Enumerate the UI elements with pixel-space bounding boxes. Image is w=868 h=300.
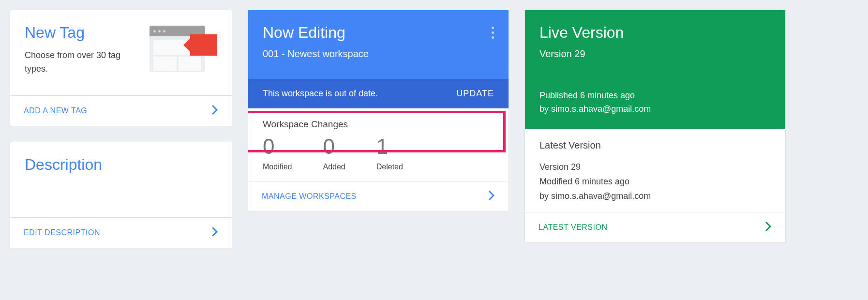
banner-message: This workspace is out of date. bbox=[263, 89, 378, 99]
chevron-right-icon bbox=[488, 190, 495, 203]
published-by: by simo.s.ahava@gmail.com bbox=[539, 102, 771, 116]
now-editing-workspace-name: 001 - Newest workspace bbox=[263, 48, 494, 60]
live-version-number: Version 29 bbox=[539, 48, 771, 60]
edit-description-label: EDIT DESCRIPTION bbox=[24, 228, 100, 237]
stat-deleted: 1 Deleted bbox=[376, 135, 403, 179]
stat-deleted-label: Deleted bbox=[376, 163, 403, 171]
latest-version-label: LATEST VERSION bbox=[539, 223, 607, 232]
new-tag-card: New Tag Choose from over 30 tag types. A… bbox=[10, 10, 232, 126]
workspace-menu-button[interactable] bbox=[489, 24, 497, 42]
new-tag-title: New Tag bbox=[25, 24, 140, 42]
update-workspace-button[interactable]: UPDATE bbox=[456, 89, 494, 99]
now-editing-card: Now Editing 001 - Newest workspace This … bbox=[248, 10, 509, 212]
stat-deleted-value: 1 bbox=[376, 135, 403, 159]
latest-version-title: Latest Version bbox=[539, 140, 771, 151]
latest-modified-time: Modified 6 minutes ago bbox=[539, 174, 771, 189]
stat-added: 0 Added bbox=[323, 135, 345, 179]
live-version-title: Live Version bbox=[539, 24, 771, 42]
latest-version-button[interactable]: LATEST VERSION bbox=[525, 212, 785, 242]
published-time: Published 6 minutes ago bbox=[539, 89, 771, 102]
stat-modified-label: Modified bbox=[263, 163, 292, 171]
description-card: Description EDIT DESCRIPTION bbox=[10, 142, 232, 248]
chevron-right-icon bbox=[211, 105, 218, 117]
chevron-right-icon bbox=[765, 221, 772, 234]
stat-modified: 0 Modified bbox=[263, 135, 292, 179]
description-title: Description bbox=[25, 156, 217, 174]
latest-version-number: Version 29 bbox=[539, 160, 771, 174]
manage-workspaces-button[interactable]: MANAGE WORKSPACES bbox=[248, 181, 509, 211]
add-new-tag-label: ADD A NEW TAG bbox=[24, 106, 87, 115]
live-version-card: Live Version Version 29 Published 6 minu… bbox=[524, 10, 786, 243]
now-editing-title: Now Editing bbox=[263, 24, 494, 42]
edit-description-button[interactable]: EDIT DESCRIPTION bbox=[10, 217, 232, 248]
add-new-tag-button[interactable]: ADD A NEW TAG bbox=[10, 95, 232, 126]
new-tag-subtitle: Choose from over 30 tag types. bbox=[25, 48, 140, 75]
stat-added-value: 0 bbox=[323, 135, 345, 159]
out-of-date-banner: This workspace is out of date. UPDATE bbox=[248, 79, 509, 108]
tag-illustration-icon bbox=[150, 26, 217, 79]
workspace-changes-title: Workspace Changes bbox=[263, 119, 494, 130]
latest-modified-by: by simo.s.ahava@gmail.com bbox=[539, 189, 771, 203]
chevron-right-icon bbox=[211, 226, 218, 239]
stat-added-label: Added bbox=[323, 163, 345, 171]
manage-workspaces-label: MANAGE WORKSPACES bbox=[262, 192, 357, 201]
stat-modified-value: 0 bbox=[263, 135, 292, 159]
